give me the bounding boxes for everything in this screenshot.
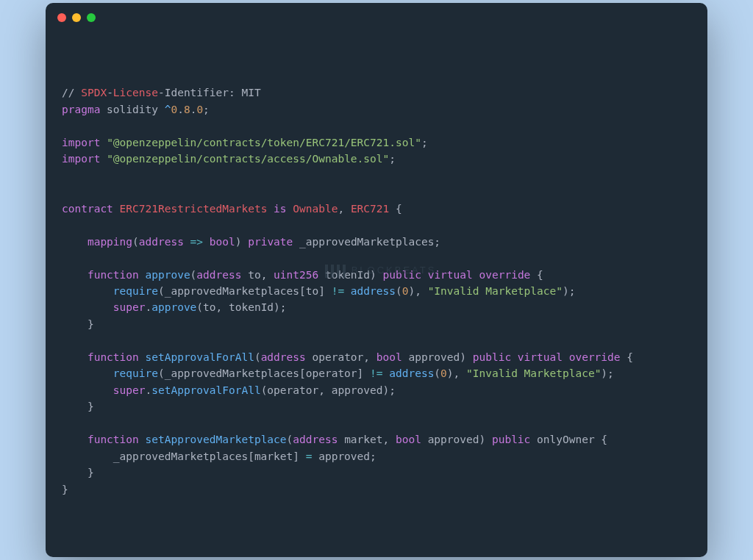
code-token	[62, 384, 113, 396]
code-token: =>	[190, 236, 203, 248]
code-line	[62, 332, 691, 348]
code-area: BLOCKBEATS // SPDX-License-Identifier: M…	[46, 28, 707, 557]
code-token	[113, 203, 120, 215]
code-token: Ownable	[293, 203, 338, 215]
code-token: setApprovalForAll	[151, 384, 260, 396]
code-token: virtual	[518, 351, 563, 363]
code-token: }	[62, 484, 68, 495]
code-token	[421, 269, 428, 281]
code-token: (	[434, 367, 440, 379]
code-token: (to, tokenId);	[196, 301, 286, 313]
code-token: import	[62, 137, 100, 148]
code-token: import	[62, 153, 100, 165]
code-line	[62, 184, 691, 200]
code-line: }	[62, 464, 691, 481]
minimize-icon[interactable]	[72, 13, 81, 22]
code-line: }	[62, 316, 691, 332]
code-line: require(_approvedMarketplaces[operator] …	[62, 365, 691, 381]
code-token: 0	[171, 104, 177, 115]
code-token	[511, 351, 518, 363]
code-token: virtual	[428, 269, 473, 281]
code-line: function setApprovalForAll(address opera…	[62, 349, 691, 365]
code-token: address	[261, 351, 306, 363]
code-token: address	[389, 367, 434, 379]
code-line: require(_approvedMarketplaces[to] != add…	[62, 283, 691, 299]
code-token	[62, 301, 113, 313]
code-line: _approvedMarketplaces[market] = approved…	[62, 448, 691, 464]
code-token: "Invalid Marketplace"	[428, 285, 563, 297]
code-token: ),	[408, 285, 427, 297]
code-token: (operator, approved);	[261, 384, 396, 396]
code-line: function setApprovedMarketplace(address …	[62, 431, 691, 448]
code-line: pragma solidity ^0.8.0;	[62, 101, 691, 118]
code-token: );	[563, 285, 575, 297]
code-line: }	[62, 398, 691, 414]
code-token: License	[113, 87, 158, 98]
code-token: function	[88, 351, 139, 363]
code-line: super.approve(to, tokenId);	[62, 299, 691, 315]
code-line	[62, 415, 691, 431]
code-line: function approve(address to, uint256 tok…	[62, 267, 691, 283]
code-token: (	[287, 434, 293, 445]
code-token: bool	[376, 351, 402, 363]
code-token: "@openzeppelin/contracts/access/Ownable.…	[107, 153, 389, 165]
code-token: approve	[151, 301, 196, 313]
code-token: public	[492, 434, 530, 445]
code-token: {	[621, 351, 633, 363]
code-token: mapping	[88, 236, 132, 248]
code-token: override	[569, 351, 621, 363]
code-token	[287, 203, 293, 215]
code-token: ;	[203, 104, 210, 115]
code-token: .	[177, 104, 184, 115]
code-line: import "@openzeppelin/contracts/access/O…	[62, 151, 691, 167]
code-token: ,	[338, 203, 350, 215]
code-token: public	[383, 269, 421, 281]
code-token: 0	[440, 367, 447, 379]
code-token: {	[530, 269, 543, 281]
close-icon[interactable]	[57, 13, 66, 22]
code-token: is	[274, 203, 286, 215]
code-token: super	[113, 301, 146, 313]
code-token	[473, 269, 479, 281]
code-token: ),	[447, 367, 466, 379]
code-token: )	[235, 236, 248, 248]
code-token: !=	[370, 367, 382, 379]
code-token: pragma	[62, 104, 100, 115]
code-line: // SPDX-License-Identifier: MIT	[62, 85, 691, 101]
code-token: address	[139, 236, 184, 248]
code-token	[62, 367, 113, 379]
code-token	[100, 137, 107, 148]
code-token: require	[113, 367, 158, 379]
code-token	[62, 236, 88, 248]
code-token: ;	[421, 137, 428, 148]
maximize-icon[interactable]	[87, 13, 96, 22]
code-token: to,	[241, 269, 274, 281]
code-token: override	[479, 269, 531, 281]
code-token: (	[132, 236, 139, 248]
code-token: function	[88, 434, 139, 445]
code-token: private	[248, 236, 293, 248]
code-token: setApprovedMarketplace	[146, 434, 287, 445]
code-token: onlyOwner {	[530, 434, 607, 445]
code-line: import "@openzeppelin/contracts/token/ER…	[62, 134, 691, 151]
code-token	[383, 367, 390, 379]
code-token: approved)	[402, 351, 473, 363]
code-token	[139, 269, 146, 281]
code-token	[139, 351, 146, 363]
code-token: -Identifier: MIT	[158, 87, 261, 98]
code-token: "Invalid Marketplace"	[466, 367, 601, 379]
code-line: contract ERC721RestrictedMarkets is Owna…	[62, 201, 691, 217]
code-token: (	[396, 285, 402, 297]
code-token: approve	[146, 269, 190, 281]
code-token	[62, 434, 88, 445]
code-token: market,	[338, 434, 396, 445]
code-token: (_approvedMarketplaces[to]	[158, 285, 332, 297]
code-line: mapping(address => bool) private _approv…	[62, 234, 691, 250]
code-token: }	[62, 467, 94, 478]
code-token	[184, 236, 190, 248]
code-token: require	[113, 285, 158, 297]
code-token: ;	[389, 153, 396, 165]
code-token	[267, 203, 274, 215]
code-token: 8	[184, 104, 190, 115]
code-line: super.setApprovalForAll(operator, approv…	[62, 382, 691, 398]
